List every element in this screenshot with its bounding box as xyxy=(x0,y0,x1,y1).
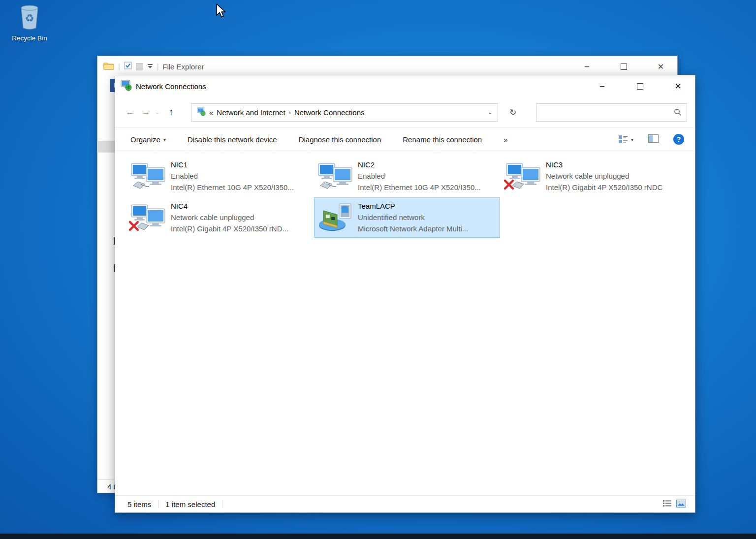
recycle-bin-icon: ♻ xyxy=(18,24,41,32)
search-input[interactable] xyxy=(541,108,674,117)
file-explorer-titlebar[interactable]: | | File Explorer – ✕ xyxy=(97,56,677,77)
network-adapter-icon xyxy=(130,161,166,191)
titlebar-separator: | xyxy=(157,63,159,70)
connection-status: Unidentified network xyxy=(358,212,468,223)
team-adapter-icon xyxy=(317,203,353,232)
address-location-icon xyxy=(196,107,206,118)
connection-item-nic3[interactable]: NIC3 Network cable unplugged Intel(R) Gi… xyxy=(502,156,694,196)
connection-device: Intel(R) Gigabit 4P X520/I350 rNDC xyxy=(546,182,662,193)
disable-device-button[interactable]: Disable this network device xyxy=(188,135,277,144)
preview-pane-button[interactable] xyxy=(648,134,659,144)
up-button[interactable]: ↑ xyxy=(163,104,179,121)
chevron-down-icon: ▾ xyxy=(163,137,166,142)
quick-access-check-icon[interactable] xyxy=(124,62,132,71)
command-toolbar: Organize ▾ Disable this network device D… xyxy=(115,128,695,151)
nc-titlebar[interactable]: Network Connections – ✕ xyxy=(115,75,695,97)
navigation-bar: ← → ⌄ ↑ « Network and Internet › Network… xyxy=(115,97,695,128)
connection-status: Enabled xyxy=(171,170,294,182)
connection-name: NIC4 xyxy=(171,201,288,212)
breadcrumb-network-connections[interactable]: Network Connections xyxy=(294,108,365,117)
organize-label: Organize xyxy=(130,135,160,144)
address-dropdown-chevron[interactable]: ⌄ xyxy=(488,109,493,116)
fe-maximize-button[interactable] xyxy=(607,56,640,77)
connection-device: Intel(R) Gigabit 4P X520/I350 rND... xyxy=(171,223,288,234)
recycle-bin-label: Recycle Bin xyxy=(5,34,54,42)
connection-device: Intel(R) Ethernet 10G 4P X520/I350... xyxy=(171,182,294,193)
desktop-background: ♻ Recycle Bin | xyxy=(0,0,756,539)
connection-status: Network cable unplugged xyxy=(171,212,288,223)
network-adapter-icon xyxy=(317,161,353,191)
file-explorer-title: File Explorer xyxy=(162,63,204,71)
quick-access-blank-icon[interactable] xyxy=(136,63,143,70)
search-icon[interactable] xyxy=(674,108,682,116)
folder-icon xyxy=(103,62,114,72)
maximize-icon xyxy=(637,83,643,90)
maximize-icon xyxy=(621,63,627,70)
organize-button[interactable]: Organize ▾ xyxy=(130,135,166,144)
connection-device: Intel(R) Ethernet 10G 4P X520/I350... xyxy=(358,182,481,193)
connection-device: Microsoft Network Adapter Multi... xyxy=(358,223,468,234)
connection-name: NIC2 xyxy=(358,159,481,170)
red-x-unplugged-icon xyxy=(503,179,515,192)
quick-access-dropdown-icon[interactable] xyxy=(147,62,153,71)
more-commands-button[interactable]: » xyxy=(504,135,507,144)
address-bar[interactable]: « Network and Internet › Network Connect… xyxy=(191,103,498,122)
titlebar-separator: | xyxy=(118,63,120,70)
nc-minimize-button[interactable]: – xyxy=(585,75,619,97)
details-view-toggle[interactable] xyxy=(663,500,671,508)
nc-maximize-button[interactable] xyxy=(623,75,657,97)
diagnose-connection-button[interactable]: Diagnose this connection xyxy=(299,135,381,144)
breadcrumb-prefix: « xyxy=(209,108,213,117)
network-connections-window: Network Connections – ✕ ← → ⌄ ↑ « Ne xyxy=(115,75,695,513)
search-box[interactable] xyxy=(536,103,687,122)
chevron-down-icon: ▾ xyxy=(631,137,633,142)
status-divider xyxy=(158,500,158,508)
breadcrumb-separator[interactable]: › xyxy=(289,109,291,116)
recycle-bin[interactable]: ♻ Recycle Bin xyxy=(5,4,54,42)
connection-item-nic4[interactable]: NIC4 Network cable unplugged Intel(R) Gi… xyxy=(127,197,313,238)
connection-item-teamlacp[interactable]: TeamLACP Unidentified network Microsoft … xyxy=(314,197,500,238)
connection-item-nic1[interactable]: NIC1 Enabled Intel(R) Ethernet 10G 4P X5… xyxy=(127,156,313,196)
fe-minimize-button[interactable]: – xyxy=(570,56,603,77)
selected-count: 1 item selected xyxy=(165,500,215,508)
connection-item-nic2[interactable]: NIC2 Enabled Intel(R) Ethernet 10G 4P X5… xyxy=(314,156,500,196)
red-x-unplugged-icon xyxy=(128,220,140,234)
svg-text:♻: ♻ xyxy=(25,12,34,24)
network-connections-app-icon xyxy=(120,80,132,93)
items-count: 5 items xyxy=(127,500,151,508)
refresh-button[interactable]: ↻ xyxy=(503,103,523,121)
connections-list: NIC1 Enabled Intel(R) Ethernet 10G 4P X5… xyxy=(115,151,695,495)
change-view-button[interactable]: ▾ xyxy=(618,135,633,144)
connection-name: TeamLACP xyxy=(358,201,468,212)
connection-name: NIC3 xyxy=(546,159,662,170)
view-options-icon xyxy=(618,135,628,144)
rename-connection-button[interactable]: Rename this connection xyxy=(403,135,482,144)
nc-close-button[interactable]: ✕ xyxy=(661,75,695,97)
taskbar[interactable] xyxy=(0,534,756,539)
breadcrumb-network-and-internet[interactable]: Network and Internet xyxy=(217,108,285,117)
fe-close-button[interactable]: ✕ xyxy=(644,56,677,77)
help-button[interactable]: ? xyxy=(673,134,684,145)
network-adapter-unplugged-icon xyxy=(130,203,166,232)
mouse-cursor xyxy=(215,3,226,21)
connection-name: NIC1 xyxy=(171,159,294,170)
window-title: Network Connections xyxy=(136,82,206,91)
large-icons-view-toggle[interactable] xyxy=(676,500,686,509)
recent-pages-chevron[interactable]: ⌄ xyxy=(154,109,160,116)
status-bar: 5 items 1 item selected xyxy=(115,495,695,512)
connection-status: Network cable unplugged xyxy=(546,170,662,182)
forward-button[interactable]: → xyxy=(138,104,154,121)
connection-status: Enabled xyxy=(358,170,481,182)
status-divider xyxy=(222,500,222,508)
network-adapter-unplugged-icon xyxy=(505,161,541,191)
back-button[interactable]: ← xyxy=(122,104,138,121)
preview-pane-icon xyxy=(648,134,659,143)
